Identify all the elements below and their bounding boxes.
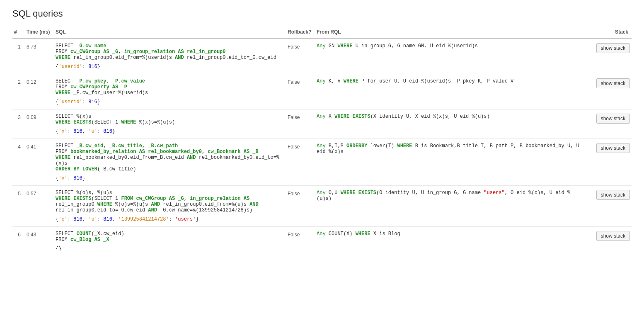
show-stack-button[interactable]: show stack (596, 43, 630, 53)
cell-stack: show stack (586, 139, 632, 186)
cell-stack: show stack (586, 186, 632, 227)
cell-time: 0.57 (25, 186, 54, 227)
cell-num: 2 (12, 74, 25, 109)
cell-sql: SELECT %(o)s, %(u)sWHERE EXISTS(SELECT 1… (54, 186, 286, 227)
table-row: 50.57SELECT %(o)s, %(u)sWHERE EXISTS(SEL… (12, 186, 632, 227)
table-header-row: # Time (ms) SQL Rollback? From RQL Stack (12, 27, 632, 39)
cell-sql: SELECT %(x)sWHERE EXISTS(SELECT 1 WHERE … (54, 109, 286, 139)
cell-rql: Any GN WHERE U in_group G, G name GN, U … (315, 39, 586, 74)
table-row: 40.41SELECT _B.cw_eid, _B.cw_title, _B.c… (12, 139, 632, 186)
cell-time: 6.73 (25, 39, 54, 74)
cell-params: {'userid': 816} (56, 64, 284, 70)
cell-rollback: False (286, 74, 315, 109)
table-row: 16.73SELECT _G.cw_nameFROM cw_CWGroup AS… (12, 39, 632, 74)
cell-rql: Any K, V WHERE P for_user U, U eid %(use… (315, 74, 586, 109)
cell-stack: show stack (586, 39, 632, 74)
cell-params: {'x': 816} (56, 175, 284, 181)
cell-rql: Any COUNT(X) WHERE X is Blog (315, 227, 586, 256)
cell-params: {'userid': 816} (56, 99, 284, 105)
cell-num: 3 (12, 109, 25, 139)
cell-sql: SELECT _P.cw_pkey, _P.cw_valueFROM cw_CW… (54, 74, 286, 109)
col-header-stack: Stack (586, 27, 632, 39)
cell-sql: SELECT COUNT(_X.cw_eid)FROM cw_Blog AS _… (54, 227, 286, 256)
cell-time: 0.41 (25, 139, 54, 186)
cell-rql: Any B,T,P ORDERBY lower(T) WHERE B is Bo… (315, 139, 586, 186)
cell-sql: SELECT _G.cw_nameFROM cw_CWGroup AS _G, … (54, 39, 286, 74)
table-row: 20.12SELECT _P.cw_pkey, _P.cw_valueFROM … (12, 74, 632, 109)
show-stack-button[interactable]: show stack (596, 190, 630, 200)
cell-num: 4 (12, 139, 25, 186)
cell-time: 0.12 (25, 74, 54, 109)
page-title: SQL queries (12, 8, 632, 19)
cell-num: 1 (12, 39, 25, 74)
col-header-time: Time (ms) (25, 27, 54, 39)
cell-rollback: False (286, 39, 315, 74)
cell-stack: show stack (586, 109, 632, 139)
show-stack-button[interactable]: show stack (596, 231, 630, 241)
cell-stack: show stack (586, 227, 632, 256)
cell-rollback: False (286, 227, 315, 256)
cell-rollback: False (286, 109, 315, 139)
show-stack-button[interactable]: show stack (596, 143, 630, 153)
show-stack-button[interactable]: show stack (596, 114, 630, 124)
cell-num: 5 (12, 186, 25, 227)
col-header-sql: SQL (54, 27, 286, 39)
cell-stack: show stack (586, 74, 632, 109)
table-row: 30.09SELECT %(x)sWHERE EXISTS(SELECT 1 W… (12, 109, 632, 139)
cell-rollback: False (286, 186, 315, 227)
cell-time: 0.43 (25, 227, 54, 256)
sql-queries-table: # Time (ms) SQL Rollback? From RQL Stack… (12, 27, 632, 256)
cell-num: 6 (12, 227, 25, 256)
table-row: 60.43SELECT COUNT(_X.cw_eid)FROM cw_Blog… (12, 227, 632, 256)
cell-params: {'x': 816, 'u': 816} (56, 129, 284, 134)
col-header-rql: From RQL (315, 27, 586, 39)
col-header-rollback: Rollback? (286, 27, 315, 39)
show-stack-button[interactable]: show stack (596, 78, 630, 88)
cell-params: {'o': 816, 'u': 816, '139925841214728': … (56, 216, 284, 222)
cell-rql: Any X WHERE EXISTS(X identity U, X eid %… (315, 109, 586, 139)
cell-rql: Any O,U WHERE EXISTS(O identity U, U in_… (315, 186, 586, 227)
cell-params: {} (56, 246, 284, 252)
col-header-num: # (12, 27, 25, 39)
cell-rollback: False (286, 139, 315, 186)
cell-sql: SELECT _B.cw_eid, _B.cw_title, _B.cw_pat… (54, 139, 286, 186)
cell-time: 0.09 (25, 109, 54, 139)
